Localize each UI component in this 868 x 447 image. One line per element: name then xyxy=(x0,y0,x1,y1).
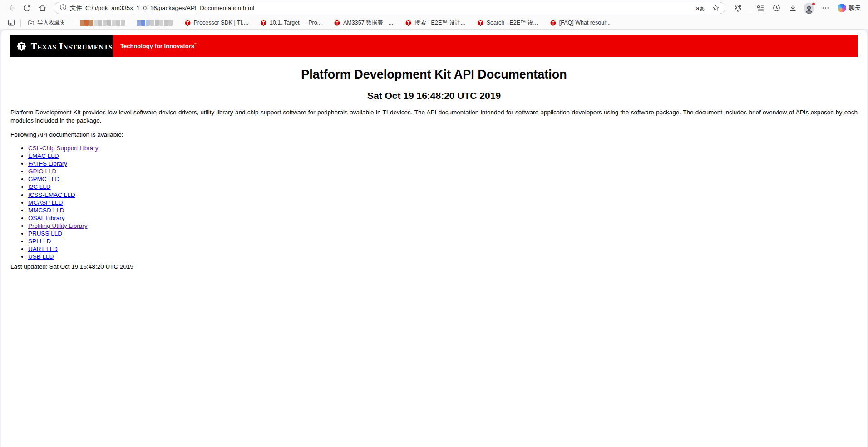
toolbar-right-cluster: 聊天 xyxy=(731,2,863,15)
bookmark-favicon xyxy=(260,20,267,26)
api-doc-list: CSL-Chip Support LibraryEMAC LLDFATFS Li… xyxy=(10,144,858,260)
bookmark-favicon xyxy=(550,20,557,26)
ti-banner: Texas Instruments Technology for Innovat… xyxy=(10,35,858,57)
add-favorite-icon xyxy=(712,4,720,12)
url-text[interactable]: C:/ti/pdk_am335x_1_0_16/packages/API_Doc… xyxy=(85,5,691,11)
back-icon xyxy=(7,4,16,12)
bookmarks-bar: 导入收藏夹 Processor SDK | TI....10.1. Target… xyxy=(0,16,868,29)
extensions-icon xyxy=(734,4,742,12)
bookmark-items: Processor SDK | TI....10.1. Target — Pro… xyxy=(76,18,615,28)
api-link[interactable]: GPIO LLD xyxy=(28,168,56,175)
refresh-icon xyxy=(23,4,31,12)
ti-logo-block: Texas Instruments xyxy=(10,35,113,57)
back-button[interactable] xyxy=(5,2,18,15)
api-link-item: GPIO LLD xyxy=(28,167,858,175)
api-link[interactable]: USB LLD xyxy=(28,253,54,260)
url-scheme-label: 文件 xyxy=(70,4,82,12)
bookmark-favicon xyxy=(405,20,412,26)
bookmark-label: Processor SDK | TI.... xyxy=(194,20,248,26)
bookmarks-divider xyxy=(20,19,21,27)
favorites-hub-button[interactable] xyxy=(753,2,767,15)
ti-favicon xyxy=(184,20,191,26)
ti-favicon xyxy=(550,20,557,26)
toolbar-divider xyxy=(749,4,749,12)
bookmark-item[interactable]: [FAQ] What resour... xyxy=(546,18,614,28)
bookmark-item[interactable]: 10.1. Target — Pro... xyxy=(256,18,326,28)
ti-favicon xyxy=(477,20,484,26)
api-link[interactable]: OSAL Library xyxy=(28,215,65,221)
api-link[interactable]: MCASP LLD xyxy=(28,199,63,206)
profile-icon xyxy=(804,5,814,14)
bookmark-label: [FAQ] What resour... xyxy=(559,20,611,26)
copilot-chat-button[interactable]: 聊天 xyxy=(835,2,863,14)
api-link-item: Profiling Utility Library xyxy=(28,222,858,230)
api-link[interactable]: UART LLD xyxy=(28,246,58,252)
api-link[interactable]: GPMC LLD xyxy=(28,176,59,182)
redacted-bookmark-pixels xyxy=(137,20,173,26)
api-link-item: GPMC LLD xyxy=(28,175,858,183)
downloads-button[interactable] xyxy=(786,2,799,15)
home-button[interactable] xyxy=(35,2,49,15)
downloads-icon xyxy=(789,4,797,12)
api-link[interactable]: I2C LLD xyxy=(28,183,51,190)
info-icon[interactable] xyxy=(59,4,67,13)
api-link[interactable]: SPI LLD xyxy=(28,238,51,245)
bookmark-item-redacted[interactable] xyxy=(76,18,128,27)
ti-tagline: Technology for Innovators™ xyxy=(120,43,198,49)
ti-favicon xyxy=(260,20,267,26)
import-favorites-label: 导入收藏夹 xyxy=(37,19,66,27)
copilot-chat-label: 聊天 xyxy=(849,4,861,12)
import-folder-icon xyxy=(28,19,35,26)
refresh-button[interactable] xyxy=(20,2,34,15)
api-link[interactable]: FATFS Library xyxy=(28,160,67,167)
ti-favicon xyxy=(405,20,412,26)
ti-wordmark: Texas Instruments xyxy=(31,41,113,52)
favorites-hub-icon xyxy=(756,4,764,12)
api-link-item: I2C LLD xyxy=(28,183,858,191)
notification-dot xyxy=(812,2,815,6)
api-link-item: OSAL Library xyxy=(28,214,858,222)
list-intro: Following API documentation is available… xyxy=(10,131,858,138)
more-icon xyxy=(821,4,830,12)
bookmark-favicon xyxy=(184,20,191,26)
api-link[interactable]: EMAC LLD xyxy=(28,152,59,159)
api-link[interactable]: Profiling Utility Library xyxy=(28,222,88,229)
extensions-button[interactable] xyxy=(731,2,745,15)
intro-paragraph: Platform Development Kit provides low le… xyxy=(10,108,858,125)
tab-sidebar-button[interactable] xyxy=(5,17,17,28)
bookmark-item[interactable]: Search - E2E™ 设... xyxy=(473,18,542,28)
home-icon xyxy=(38,4,47,12)
api-link-item: MCASP LLD xyxy=(28,199,858,206)
api-link-item: FATFS Library xyxy=(28,160,858,167)
history-icon xyxy=(772,4,781,12)
history-button[interactable] xyxy=(769,2,783,15)
bookmark-item[interactable]: Processor SDK | TI.... xyxy=(181,18,252,28)
date-heading: Sat Oct 19 16:48:20 UTC 2019 xyxy=(10,90,858,101)
redacted-bookmark-pixels xyxy=(80,20,125,26)
api-link-item: PRUSS LLD xyxy=(28,230,858,237)
api-link[interactable]: ICSS-EMAC LLD xyxy=(28,192,75,198)
api-link-item: UART LLD xyxy=(28,245,858,253)
last-updated: Last updated: Sat Oct 19 16:48:20 UTC 20… xyxy=(10,263,858,270)
api-link[interactable]: PRUSS LLD xyxy=(28,230,62,237)
browser-toolbar: 文件 C:/ti/pdk_am335x_1_0_16/packages/API_… xyxy=(0,0,868,16)
add-favorite-button[interactable] xyxy=(710,3,721,13)
bookmark-favicon xyxy=(334,20,340,26)
bookmark-favicon xyxy=(477,20,484,26)
api-link[interactable]: CSL-Chip Support Library xyxy=(28,145,99,152)
bookmark-item[interactable]: AM3357 数据表、... xyxy=(330,18,397,28)
settings-more-button[interactable] xyxy=(819,2,832,15)
browser-chrome: 文件 C:/ti/pdk_am335x_1_0_16/packages/API_… xyxy=(0,0,868,29)
web-page: Texas Instruments Technology for Innovat… xyxy=(1,29,867,447)
translate-button[interactable]: aぁ xyxy=(695,3,706,13)
address-bar[interactable]: 文件 C:/ti/pdk_am335x_1_0_16/packages/API_… xyxy=(54,2,725,14)
bookmark-label: 10.1. Target — Pro... xyxy=(270,20,322,26)
api-link-item: MMCSD LLD xyxy=(28,206,858,214)
bookmark-item[interactable]: 搜索 - E2E™ 设计... xyxy=(401,18,469,28)
ti-favicon xyxy=(334,20,340,26)
import-favorites-button[interactable]: 导入收藏夹 xyxy=(24,18,69,28)
bookmark-item-redacted[interactable] xyxy=(133,18,176,27)
api-link[interactable]: MMCSD LLD xyxy=(28,207,64,214)
profile-button[interactable] xyxy=(802,2,816,15)
api-link-item: SPI LLD xyxy=(28,237,858,245)
